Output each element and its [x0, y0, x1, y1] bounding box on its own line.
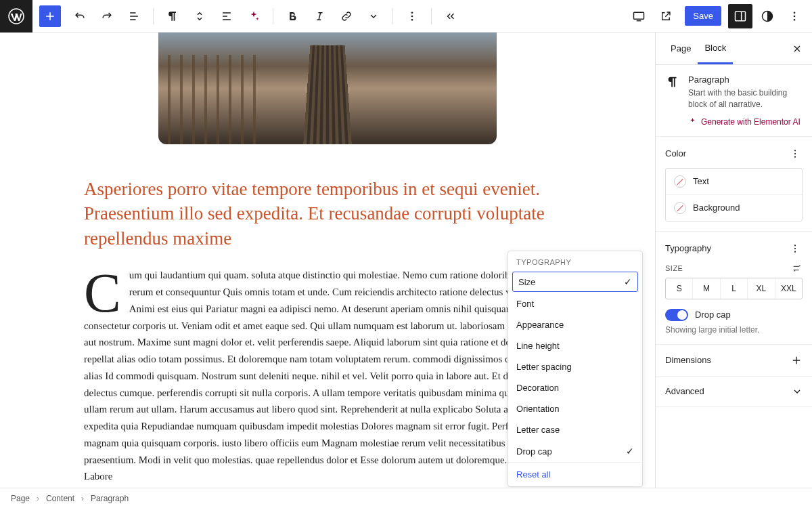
block-info-section: Paragraph Start with the basic building … — [656, 65, 812, 137]
hero-image[interactable] — [158, 33, 497, 144]
more-rich-text-button[interactable] — [361, 4, 386, 28]
document-overview-button[interactable] — [122, 4, 146, 28]
italic-button[interactable] — [307, 4, 332, 28]
typo-option-drop-cap[interactable]: Drop cap✓ — [508, 440, 642, 462]
size-xxl[interactable]: XXL — [775, 278, 802, 299]
typography-popup-header: TYPOGRAPHY — [508, 251, 642, 270]
crumb-paragraph[interactable]: Paragraph — [91, 494, 129, 503]
breadcrumb: Page › Content › Paragraph — [0, 488, 812, 508]
svg-point-1 — [411, 12, 413, 14]
paragraph-icon[interactable] — [160, 4, 185, 28]
check-icon: ✓ — [624, 276, 632, 287]
color-options-button[interactable] — [788, 146, 803, 161]
size-l[interactable]: L — [721, 278, 748, 299]
typo-option-letter-case[interactable]: Letter case — [508, 419, 642, 440]
dimensions-section[interactable]: Dimensions — [656, 345, 812, 377]
drop-cap-toggle[interactable] — [665, 309, 688, 321]
typo-option-decoration[interactable]: Decoration — [508, 377, 642, 398]
generate-ai-link[interactable]: Generate with Elementor AI — [688, 117, 803, 127]
svg-point-2 — [411, 15, 413, 17]
svg-point-8 — [794, 15, 796, 17]
crumb-content[interactable]: Content — [46, 494, 74, 503]
add-block-button[interactable] — [39, 5, 61, 27]
chevron-down-icon — [792, 386, 803, 397]
size-s[interactable]: S — [666, 278, 693, 299]
svg-point-14 — [794, 248, 796, 249]
size-pill-group: S M L XL XXL — [665, 278, 803, 299]
chevron-right-icon: › — [81, 494, 84, 503]
plus-icon — [790, 354, 803, 366]
svg-point-7 — [794, 12, 796, 14]
svg-point-15 — [794, 251, 796, 252]
typography-section-title: Typography — [665, 243, 711, 253]
close-sidebar-button[interactable] — [785, 37, 809, 61]
chevron-right-icon: › — [37, 494, 39, 503]
advanced-section[interactable]: Advanced — [656, 377, 812, 407]
toolbar-separator — [153, 8, 154, 24]
svg-rect-5 — [736, 12, 746, 20]
svg-rect-4 — [634, 12, 644, 19]
tab-block[interactable]: Block — [698, 33, 733, 64]
paragraph-icon — [665, 75, 680, 127]
bold-button[interactable] — [280, 4, 304, 28]
undo-button[interactable] — [68, 4, 92, 28]
options-menu-button[interactable] — [782, 4, 807, 28]
move-up-down-button[interactable] — [187, 4, 212, 28]
size-label: SIZE — [665, 264, 683, 272]
paragraph-block[interactable]: Cum qui laudantium qui quam. soluta atqu… — [84, 267, 571, 485]
align-button[interactable] — [215, 4, 239, 28]
color-text-row[interactable]: Text — [666, 169, 802, 194]
size-settings-icon[interactable] — [792, 263, 803, 274]
typo-option-size[interactable]: Size✓ — [512, 272, 638, 292]
svg-point-11 — [794, 153, 796, 154]
typo-option-line-height[interactable]: Line height — [508, 335, 642, 356]
typo-option-orientation[interactable]: Orientation — [508, 398, 642, 419]
check-icon: ✓ — [626, 446, 634, 457]
typography-options-popup: TYPOGRAPHY Size✓ Font Appearance Line he… — [508, 251, 643, 487]
editor-canvas[interactable]: Asperiores porro vitae tempore temporibu… — [0, 33, 655, 488]
color-section: Color Text Background — [656, 137, 812, 232]
svg-point-13 — [794, 245, 796, 246]
color-section-title: Color — [665, 148, 686, 158]
wordpress-logo[interactable] — [0, 0, 32, 33]
crumb-page[interactable]: Page — [11, 494, 30, 503]
size-xl[interactable]: XL — [748, 278, 775, 299]
toolbar-separator — [392, 8, 393, 24]
link-button[interactable] — [334, 4, 359, 28]
typography-options-button[interactable] — [788, 241, 803, 256]
drop-cap-hint: Showing large initial letter. — [665, 325, 803, 335]
typo-reset-all[interactable]: Reset all — [508, 462, 642, 486]
typography-section: Typography SIZE S M L XL XXL Drop cap — [656, 232, 812, 345]
svg-point-12 — [794, 156, 796, 157]
svg-point-3 — [411, 18, 413, 20]
styles-button[interactable] — [755, 4, 780, 28]
toolbar-separator — [273, 8, 273, 24]
settings-sidebar-toggle[interactable] — [728, 4, 752, 28]
top-toolbar: Save — [0, 0, 812, 33]
external-preview-button[interactable] — [654, 4, 678, 28]
svg-point-10 — [794, 150, 796, 151]
block-title: Paragraph — [688, 75, 803, 85]
size-m[interactable]: M — [693, 278, 720, 299]
block-description: Start with the basic building block of a… — [688, 87, 803, 110]
drop-cap-label: Drop cap — [695, 310, 731, 320]
heading-block[interactable]: Asperiores porro vitae tempore temporibu… — [84, 177, 571, 251]
swatch-none-icon — [674, 175, 686, 188]
collapse-toolbar-button[interactable] — [438, 4, 463, 28]
settings-sidebar: Page Block Paragraph Start with the basi… — [655, 33, 812, 488]
typo-option-font[interactable]: Font — [508, 293, 642, 314]
swatch-none-icon — [674, 202, 686, 214]
view-button[interactable] — [627, 4, 651, 28]
redo-button[interactable] — [95, 4, 119, 28]
tab-page[interactable]: Page — [664, 34, 698, 63]
more-options-button[interactable] — [400, 4, 424, 28]
color-background-row[interactable]: Background — [666, 194, 802, 221]
svg-point-9 — [794, 18, 796, 20]
save-button[interactable]: Save — [685, 6, 721, 26]
ai-sparkle-button[interactable] — [242, 4, 266, 28]
toolbar-separator — [431, 8, 432, 24]
sidebar-tabs: Page Block — [656, 33, 812, 65]
typo-option-letter-spacing[interactable]: Letter spacing — [508, 356, 642, 377]
typo-option-appearance[interactable]: Appearance — [508, 314, 642, 335]
